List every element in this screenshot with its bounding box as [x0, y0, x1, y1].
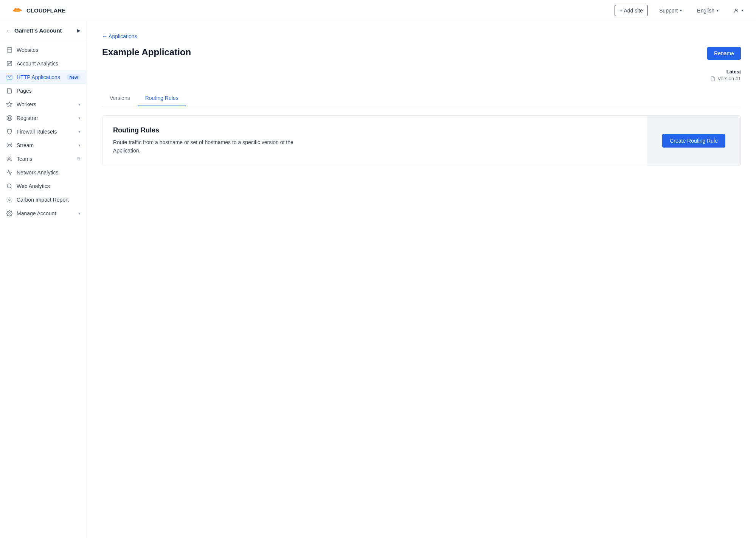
version-info: Latest Version #1 — [102, 69, 741, 81]
version-label: Latest — [102, 69, 741, 75]
sidebar: ← Garrett's Account ▶ Websites — [0, 21, 87, 538]
routing-rules-title: Routing Rules — [113, 126, 636, 134]
tabs: Versions Routing Rules — [102, 90, 741, 106]
teams-icon — [6, 155, 13, 162]
sidebar-item-label-teams: Teams — [17, 156, 32, 162]
tab-routing-rules[interactable]: Routing Rules — [138, 90, 186, 106]
sidebar-item-carbon-impact[interactable]: Carbon Impact Report — [0, 193, 87, 207]
support-label: Support — [659, 8, 678, 14]
sidebar-item-label-http-applications: HTTP Applications — [17, 74, 60, 80]
sidebar-item-stream[interactable]: Stream ▾ — [0, 138, 87, 152]
workers-chevron-icon: ▾ — [78, 102, 81, 107]
topnav-actions: + Add site Support ▾ English ▾ ▾ — [615, 5, 747, 16]
firewall-chevron-icon: ▾ — [78, 129, 81, 134]
http-applications-new-badge: New — [67, 74, 81, 80]
sidebar-item-label-pages: Pages — [17, 88, 32, 94]
sidebar-item-label-workers: Workers — [17, 101, 36, 107]
http-icon — [6, 74, 13, 81]
version-sub: Version #1 — [102, 76, 741, 81]
svg-marker-5 — [7, 102, 12, 107]
svg-point-8 — [9, 145, 10, 146]
sidebar-item-label-firewall-rulesets: Firewall Rulesets — [17, 129, 57, 135]
sidebar-item-label-stream: Stream — [17, 142, 34, 148]
sidebar-item-web-analytics[interactable]: Web Analytics — [0, 179, 87, 193]
language-button[interactable]: English ▾ — [693, 5, 722, 16]
carbon-icon — [6, 196, 13, 203]
teams-external-icon: ⧉ — [77, 156, 81, 162]
cloudflare-logo[interactable]: CLOUDFLARE — [9, 5, 65, 17]
user-icon — [734, 8, 739, 13]
sidebar-item-account-analytics[interactable]: Account Analytics — [0, 57, 87, 70]
workers-icon — [6, 101, 13, 108]
routing-rules-action: Create Routing Rule — [647, 116, 740, 166]
language-chevron-icon: ▾ — [717, 8, 719, 12]
cloudflare-logo-text: CLOUDFLARE — [26, 7, 65, 14]
sidebar-item-label-carbon-impact: Carbon Impact Report — [17, 197, 69, 203]
tab-versions[interactable]: Versions — [102, 90, 138, 106]
sidebar-item-registrar[interactable]: Registrar ▾ — [0, 111, 87, 125]
sidebar-item-label-websites: Websites — [17, 47, 38, 53]
main-content: ← Applications Example Application Renam… — [87, 21, 756, 538]
manage-icon — [6, 210, 13, 217]
breadcrumb-text: ← Applications — [102, 33, 137, 39]
svg-point-13 — [9, 213, 10, 214]
svg-line-11 — [11, 187, 12, 188]
sidebar-nav: Websites Account Analytics HTT — [0, 40, 87, 538]
user-menu-button[interactable]: ▾ — [730, 6, 747, 16]
web-analytics-icon — [6, 183, 13, 190]
version-number: Version #1 — [718, 76, 741, 81]
registrar-chevron-icon: ▾ — [78, 116, 81, 121]
sidebar-item-pages[interactable]: Pages — [0, 84, 87, 98]
sidebar-back-button[interactable]: ← — [6, 28, 11, 34]
pages-icon — [6, 87, 13, 94]
manage-account-chevron-icon: ▾ — [78, 211, 81, 216]
sidebar-item-label-manage-account: Manage Account — [17, 210, 56, 216]
sidebar-item-label-web-analytics: Web Analytics — [17, 183, 50, 189]
sidebar-item-firewall-rulesets[interactable]: Firewall Rulesets ▾ — [0, 125, 87, 138]
websites-icon — [6, 47, 13, 53]
sidebar-account-name: Garrett's Account — [14, 27, 62, 34]
sidebar-item-label-registrar: Registrar — [17, 115, 38, 121]
sidebar-item-label-account-analytics: Account Analytics — [17, 61, 58, 67]
svg-point-12 — [9, 199, 10, 201]
sidebar-item-workers[interactable]: Workers ▾ — [0, 98, 87, 111]
user-chevron-icon: ▾ — [741, 8, 743, 12]
support-chevron-icon: ▾ — [680, 8, 682, 12]
add-site-button[interactable]: + Add site — [615, 5, 648, 16]
svg-point-10 — [7, 184, 11, 188]
page-title: Example Application — [102, 47, 191, 58]
language-label: English — [697, 8, 714, 14]
sidebar-item-network-analytics[interactable]: Network Analytics — [0, 166, 87, 179]
topnav: CLOUDFLARE + Add site Support ▾ English … — [0, 0, 756, 21]
svg-point-9 — [8, 157, 9, 159]
rename-button[interactable]: Rename — [707, 47, 741, 60]
svg-rect-1 — [7, 48, 12, 52]
page-header: Example Application Rename — [102, 47, 741, 60]
version-icon — [710, 76, 716, 81]
routing-rules-description: Route traffic from a hostname or set of … — [113, 138, 310, 155]
registrar-icon — [6, 115, 13, 121]
firewall-icon — [6, 128, 13, 135]
stream-chevron-icon: ▾ — [78, 143, 81, 148]
sidebar-item-http-applications[interactable]: HTTP Applications New — [0, 70, 87, 84]
routing-rules-card: Routing Rules Route traffic from a hostn… — [102, 116, 647, 166]
breadcrumb[interactable]: ← Applications — [102, 33, 741, 39]
sidebar-item-label-network-analytics: Network Analytics — [17, 169, 58, 176]
sidebar-item-websites[interactable]: Websites — [0, 43, 87, 57]
create-routing-rule-button[interactable]: Create Routing Rule — [662, 134, 725, 148]
sidebar-account-header: ← Garrett's Account ▶ — [0, 21, 87, 40]
layout: ← Garrett's Account ▶ Websites — [0, 21, 756, 538]
sidebar-account-expand-button[interactable]: ▶ — [77, 28, 81, 33]
sidebar-item-teams[interactable]: Teams ⧉ — [0, 152, 87, 166]
cloudflare-flame-icon — [9, 5, 23, 17]
network-icon — [6, 169, 13, 176]
svg-point-0 — [736, 9, 737, 11]
analytics-icon — [6, 60, 13, 67]
support-button[interactable]: Support ▾ — [655, 5, 686, 16]
sidebar-item-manage-account[interactable]: Manage Account ▾ — [0, 207, 87, 220]
stream-icon — [6, 142, 13, 149]
routing-rules-section: Routing Rules Route traffic from a hostn… — [102, 115, 741, 166]
